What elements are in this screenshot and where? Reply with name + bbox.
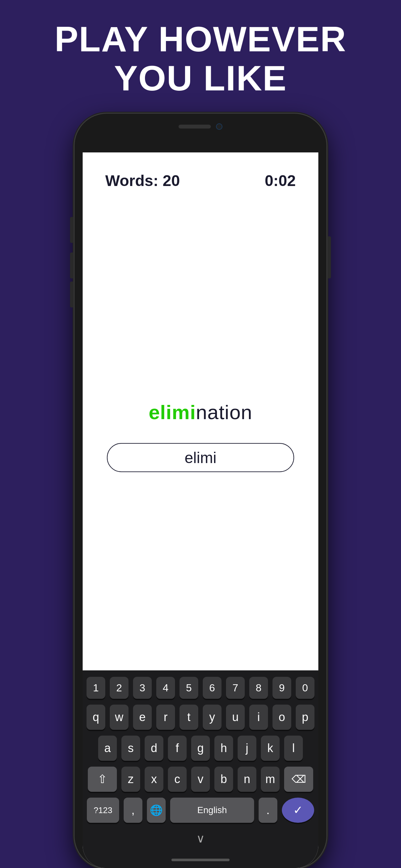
globe-icon: 🌐 (150, 804, 163, 816)
key-t[interactable]: t (180, 705, 198, 730)
keyboard-row-numbers: 1 2 3 4 5 6 7 8 9 0 (86, 677, 315, 699)
title-line1: PLAY HOWEVER (55, 19, 346, 59)
backspace-key[interactable]: ⌫ (284, 767, 313, 792)
key-6[interactable]: 6 (203, 677, 221, 699)
key-0[interactable]: 0 (296, 677, 314, 699)
checkmark-icon: ✓ (293, 803, 303, 817)
notch-speaker (179, 125, 211, 128)
keyboard-row-2: a s d f g h j k l (86, 736, 315, 761)
keyboard-row-1: q w e r t y u i o p (86, 705, 315, 730)
key-9[interactable]: 9 (273, 677, 291, 699)
key-g[interactable]: g (191, 736, 210, 761)
key-s[interactable]: s (121, 736, 140, 761)
key-8[interactable]: 8 (249, 677, 268, 699)
key-globe[interactable]: 🌐 (147, 798, 166, 823)
key-period[interactable]: . (258, 798, 277, 823)
key-b[interactable]: b (214, 767, 233, 792)
key-e[interactable]: e (133, 705, 152, 730)
key-123-label: ?123 (94, 805, 112, 815)
word-typed-part: elimi (149, 401, 196, 423)
notch-bar (74, 114, 327, 152)
keyboard: 1 2 3 4 5 6 7 8 9 0 q w e r t y u i (83, 671, 318, 852)
word-display: elimination (149, 401, 252, 424)
key-m[interactable]: m (261, 767, 280, 792)
input-value: elimi (185, 449, 217, 467)
notch (149, 117, 252, 136)
input-field[interactable]: elimi (107, 443, 294, 472)
key-v[interactable]: v (191, 767, 210, 792)
keyboard-row-3: ⇧ z x c v b n m ⌫ (86, 767, 315, 792)
notch-camera (216, 123, 222, 130)
timer: 0:02 (265, 172, 296, 190)
key-4[interactable]: 4 (156, 677, 175, 699)
stats-row: Words: 20 0:02 (105, 172, 296, 190)
key-l[interactable]: l (284, 736, 303, 761)
key-123[interactable]: ?123 (87, 798, 119, 823)
word-display-area: elimination elimi (105, 215, 296, 657)
keyboard-bottom-row: ?123 , 🌐 English . ✓ (86, 798, 315, 823)
collapse-arrow-icon[interactable]: ∨ (196, 832, 205, 845)
key-5[interactable]: 5 (180, 677, 198, 699)
key-u[interactable]: u (226, 705, 245, 730)
key-o[interactable]: o (273, 705, 291, 730)
words-count: Words: 20 (105, 172, 180, 190)
key-3[interactable]: 3 (133, 677, 152, 699)
key-r[interactable]: r (156, 705, 175, 730)
key-7[interactable]: 7 (226, 677, 245, 699)
backspace-icon: ⌫ (291, 773, 306, 785)
page-title: PLAY HOWEVER YOU LIKE (55, 20, 346, 97)
word-remaining-part: nation (196, 401, 252, 423)
key-1[interactable]: 1 (87, 677, 105, 699)
key-j[interactable]: j (238, 736, 256, 761)
keyboard-bottom: ∨ (86, 829, 315, 852)
key-d[interactable]: d (145, 736, 163, 761)
phone-shell: Words: 20 0:02 elimination elimi 1 2 3 4… (74, 114, 327, 868)
title-line2: YOU LIKE (114, 58, 287, 98)
key-p[interactable]: p (296, 705, 314, 730)
key-x[interactable]: x (145, 767, 163, 792)
key-h[interactable]: h (214, 736, 233, 761)
key-n[interactable]: n (238, 767, 256, 792)
key-c[interactable]: c (168, 767, 187, 792)
shift-icon: ⇧ (97, 772, 107, 786)
key-space-label: English (197, 805, 227, 815)
shift-key[interactable]: ⇧ (88, 767, 117, 792)
key-w[interactable]: w (110, 705, 128, 730)
key-y[interactable]: y (203, 705, 221, 730)
key-q[interactable]: q (87, 705, 105, 730)
key-space[interactable]: English (170, 798, 254, 823)
key-2[interactable]: 2 (110, 677, 128, 699)
key-comma[interactable]: , (124, 798, 143, 823)
app-content: Words: 20 0:02 elimination elimi (83, 152, 318, 671)
key-f[interactable]: f (168, 736, 187, 761)
screen: Words: 20 0:02 elimination elimi 1 2 3 4… (83, 152, 318, 868)
home-indicator (172, 859, 229, 861)
home-indicator-bar (83, 852, 318, 868)
key-a[interactable]: a (98, 736, 117, 761)
key-z[interactable]: z (121, 767, 140, 792)
key-return[interactable]: ✓ (282, 798, 314, 823)
key-k[interactable]: k (261, 736, 280, 761)
key-i[interactable]: i (249, 705, 268, 730)
